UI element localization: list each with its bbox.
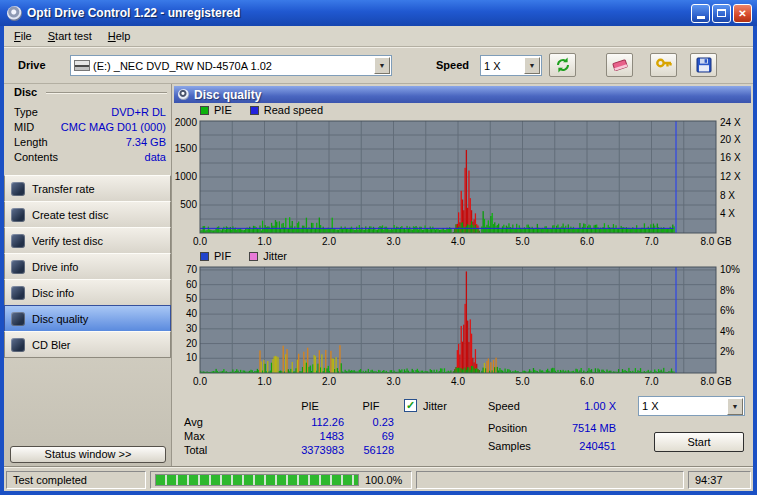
- disc-length-value: 7.34 GB: [126, 136, 166, 148]
- close-button[interactable]: ✕: [733, 4, 752, 23]
- test-speed-select[interactable]: 1 X ▼: [638, 396, 745, 416]
- pie-chart-legend: PIE Read speed: [200, 104, 323, 116]
- sidebar-item-verify-test-disc[interactable]: Verify test disc: [4, 227, 171, 254]
- disc-contents-label: Contents: [14, 151, 58, 163]
- main-panel: Disc quality PIE Read speed 200015001000…: [172, 84, 753, 467]
- save-button[interactable]: [690, 53, 717, 77]
- sidebar-item-drive-info[interactable]: Drive info: [4, 253, 171, 280]
- eraser-icon: [611, 56, 629, 74]
- key-icon: [655, 56, 673, 74]
- sidebar-item-label: Verify test disc: [32, 235, 103, 247]
- sidebar-item-disc-info[interactable]: Disc info: [4, 279, 171, 306]
- disc-icon: [178, 89, 189, 100]
- svg-text:20 X: 20 X: [720, 134, 741, 145]
- refresh-button[interactable]: [549, 53, 576, 77]
- minimize-button[interactable]: [691, 4, 710, 23]
- pie-column-header: PIE: [276, 400, 344, 412]
- svg-text:5.0: 5.0: [516, 236, 530, 247]
- sidebar-item-label: Disc quality: [32, 313, 88, 325]
- svg-text:1.0: 1.0: [258, 376, 272, 387]
- svg-text:12 X: 12 X: [720, 171, 741, 182]
- svg-text:4 X: 4 X: [720, 208, 735, 219]
- status-window-button[interactable]: Status window >>: [10, 446, 166, 463]
- sidebar-item-cd-bler[interactable]: CD Bler: [4, 331, 171, 358]
- status-text-cell: Test completed: [6, 471, 146, 489]
- disc-panel: Disc Type DVD+R DL MID CMC MAG D01 (000)…: [4, 84, 172, 467]
- read-speed-legend-label: Read speed: [264, 104, 323, 116]
- svg-text:1.0: 1.0: [258, 236, 272, 247]
- status-text: Test completed: [13, 474, 87, 486]
- svg-text:20: 20: [186, 338, 198, 349]
- svg-text:40: 40: [186, 308, 198, 319]
- statusbar-spacer-cell: [416, 471, 684, 489]
- erase-disc-button[interactable]: [606, 53, 633, 77]
- max-row-label: Max: [184, 430, 205, 442]
- drive-select[interactable]: (E:) _NEC DVD_RW ND-4570A 1.02 ▼: [70, 55, 392, 76]
- svg-text:8.0 GB: 8.0 GB: [700, 376, 731, 387]
- main-header: Disc quality: [174, 86, 751, 103]
- save-icon: [695, 56, 713, 74]
- refresh-icon: [554, 56, 572, 74]
- transfer-rate-icon: [11, 182, 25, 196]
- avg-pie-value: 112.26: [276, 416, 344, 428]
- disc-contents-value: data: [145, 151, 166, 163]
- sidebar-item-label: CD Bler: [32, 339, 71, 351]
- sidebar-item-label: Create test disc: [32, 209, 108, 221]
- svg-text:0.0: 0.0: [193, 236, 207, 247]
- menu-help[interactable]: Help: [100, 28, 139, 44]
- disc-type-label: Type: [14, 106, 38, 118]
- total-pif-value: 56128: [348, 444, 394, 456]
- disc-type-row: Type DVD+R DL: [14, 106, 166, 120]
- sidebar-item-transfer-rate[interactable]: Transfer rate: [4, 175, 171, 202]
- disc-type-value: DVD+R DL: [111, 106, 166, 118]
- progress-percent: 100.0%: [365, 474, 402, 486]
- cd-bler-icon: [11, 338, 25, 352]
- speed-stat-value: 1.00 X: [552, 400, 616, 412]
- test-speed-select-value: 1 X: [639, 400, 726, 412]
- speed-stat-label: Speed: [488, 400, 520, 412]
- disc-mid-label: MID: [14, 121, 34, 133]
- samples-stat-value: 240451: [532, 440, 616, 452]
- pif-chart: 7060504030201010%8%6%4%2%0.01.02.03.04.0…: [172, 263, 753, 389]
- svg-text:2.0: 2.0: [322, 376, 336, 387]
- svg-text:30: 30: [186, 323, 198, 334]
- create-test-disc-icon: [11, 208, 25, 222]
- start-button[interactable]: Start: [654, 432, 744, 452]
- maximize-icon: [717, 9, 726, 17]
- main-header-title: Disc quality: [194, 88, 261, 102]
- svg-text:1500: 1500: [175, 143, 198, 154]
- disc-contents-row: Contents data: [14, 151, 166, 165]
- disc-panel-title: Disc: [14, 86, 37, 98]
- sidebar-item-create-test-disc[interactable]: Create test disc: [4, 201, 171, 228]
- svg-text:50: 50: [186, 293, 198, 304]
- disc-quality-icon: [11, 312, 25, 326]
- titlebar[interactable]: Opti Drive Control 1.22 - unregistered ✕: [0, 0, 757, 26]
- disc-info-icon: [11, 286, 25, 300]
- jitter-checkbox[interactable]: ✓: [404, 399, 417, 412]
- maximize-button[interactable]: [712, 4, 731, 23]
- speed-select-arrow-icon[interactable]: ▼: [524, 57, 540, 74]
- cd-drive-icon: [74, 60, 90, 71]
- svg-text:4%: 4%: [720, 326, 735, 337]
- window-title: Opti Drive Control 1.22 - unregistered: [27, 6, 691, 20]
- test-speed-select-arrow-icon[interactable]: ▼: [727, 398, 743, 415]
- client-area: File Start test Help Drive (E:) _NEC DVD…: [4, 26, 753, 491]
- drive-label: Drive: [18, 59, 46, 71]
- avg-pif-value: 0.23: [348, 416, 394, 428]
- pif-legend-swatch: [200, 252, 209, 261]
- svg-text:2.0: 2.0: [322, 236, 336, 247]
- svg-text:500: 500: [180, 199, 197, 210]
- register-button[interactable]: [650, 53, 677, 77]
- menu-start-test[interactable]: Start test: [40, 28, 100, 44]
- svg-text:7.0: 7.0: [645, 376, 659, 387]
- speed-select[interactable]: 1 X ▼: [480, 55, 542, 76]
- sidebar-item-disc-quality[interactable]: Disc quality: [4, 305, 171, 332]
- max-pie-value: 1483: [276, 430, 344, 442]
- jitter-legend-swatch: [249, 252, 258, 261]
- drive-select-arrow-icon[interactable]: ▼: [374, 57, 390, 74]
- svg-text:70: 70: [186, 264, 198, 275]
- menu-file[interactable]: File: [6, 28, 40, 44]
- sidebar-item-label: Disc info: [32, 287, 74, 299]
- sidebar: Transfer rate Create test disc Verify te…: [4, 176, 171, 358]
- window-controls: ✕: [691, 4, 752, 23]
